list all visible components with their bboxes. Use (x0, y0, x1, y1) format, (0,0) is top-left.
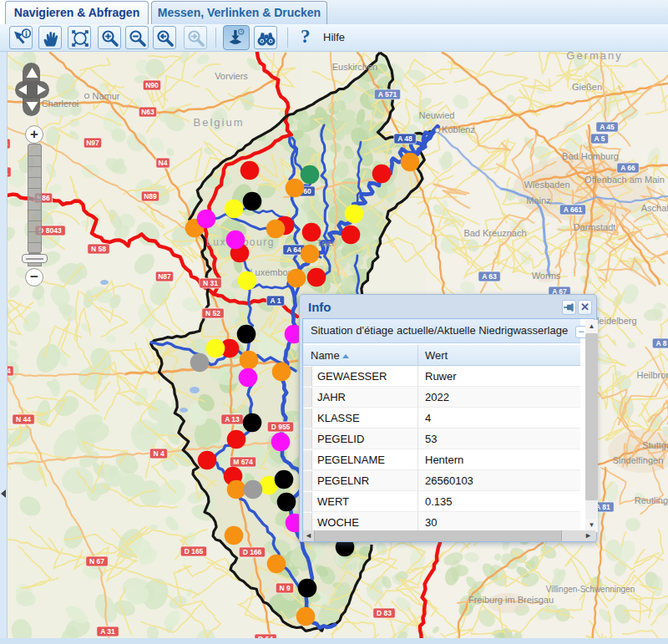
svg-text:D 955: D 955 (271, 423, 291, 431)
svg-text:Neuwied: Neuwied (419, 110, 455, 120)
svg-text:A 45: A 45 (600, 123, 615, 131)
svg-text:Heilbronn: Heilbronn (636, 370, 668, 380)
svg-text:M 674: M 674 (233, 458, 253, 466)
svg-text:Belgium: Belgium (194, 116, 245, 129)
svg-text:N89: N89 (144, 192, 157, 200)
svg-text:N97: N97 (86, 139, 99, 147)
svg-text:N 58: N 58 (91, 245, 106, 253)
svg-text:Freiburg im Breisgau: Freiburg im Breisgau (468, 595, 554, 605)
svg-text:A 1: A 1 (271, 297, 281, 305)
svg-text:Koblenz: Koblenz (442, 124, 475, 134)
svg-text:A 66: A 66 (620, 164, 635, 172)
svg-text:Bad Kreuznach: Bad Kreuznach (463, 228, 526, 238)
svg-text:Euskirchen: Euskirchen (332, 62, 377, 72)
svg-text:A 63: A 63 (482, 272, 497, 281)
svg-text:D 166: D 166 (243, 548, 262, 556)
svg-text:Heidelberg: Heidelberg (592, 316, 636, 326)
svg-text:N63: N63 (141, 108, 154, 116)
svg-text:Offenbach am Main: Offenbach am Main (584, 175, 665, 185)
svg-text:A 13: A 13 (225, 415, 240, 423)
svg-text:Namur: Namur (92, 91, 119, 101)
svg-text:Vorviers: Vorviers (215, 71, 248, 81)
svg-text:Mainz: Mainz (526, 195, 550, 205)
svg-text:A 661: A 661 (564, 205, 583, 214)
svg-text:Bad Homburg: Bad Homburg (562, 151, 619, 161)
svg-text:Gießen: Gießen (572, 82, 602, 92)
svg-text:N 9: N 9 (279, 584, 291, 592)
svg-text:Wiesbaden: Wiesbaden (524, 180, 569, 190)
svg-text:A 5: A 5 (595, 134, 605, 143)
svg-text:N 4: N 4 (153, 449, 164, 458)
svg-text:N87: N87 (158, 272, 171, 281)
svg-text:A 48: A 48 (397, 134, 412, 143)
svg-text:A 571: A 571 (378, 90, 397, 99)
svg-text:A 31: A 31 (100, 627, 115, 636)
svg-text:Darmstadt: Darmstadt (574, 222, 616, 232)
svg-text:Stuttgart: Stuttgart (642, 440, 668, 450)
svg-text:N90: N90 (145, 81, 159, 89)
svg-text:N 31: N 31 (203, 279, 218, 287)
svg-text:Sindelfingen: Sindelfingen (613, 455, 664, 465)
svg-text:Germany: Germany (566, 52, 622, 62)
svg-text:Trier: Trier (316, 238, 336, 248)
svg-text:N 67: N 67 (89, 557, 104, 565)
svg-text:N 52: N 52 (205, 309, 220, 317)
svg-text:Reutlingen: Reutlingen (635, 495, 668, 505)
svg-text:N4: N4 (159, 159, 168, 167)
svg-text:Aschaffe: Aschaffe (641, 203, 668, 213)
svg-text:A 8: A 8 (656, 339, 667, 347)
svg-text:D 165: D 165 (185, 547, 204, 555)
svg-text:N 44: N 44 (16, 415, 31, 423)
svg-text:A 64: A 64 (286, 246, 301, 254)
svg-text:Worms: Worms (532, 271, 561, 281)
svg-text:Villingen-Schwenningen: Villingen-Schwenningen (546, 585, 635, 594)
svg-text:D 83: D 83 (377, 609, 392, 617)
svg-text:D 8043: D 8043 (38, 226, 62, 235)
